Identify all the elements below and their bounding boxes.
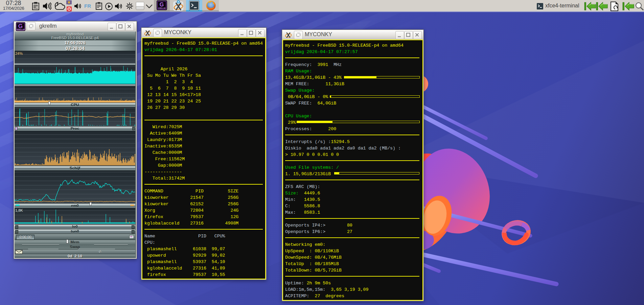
svg-text:KRELLM: KRELLM [17, 28, 25, 30]
svg-text:1,8K: 1,8K [15, 208, 23, 212]
svg-text:KRELLM: KRELLM [158, 7, 165, 9]
svg-text:G: G [160, 2, 164, 7]
